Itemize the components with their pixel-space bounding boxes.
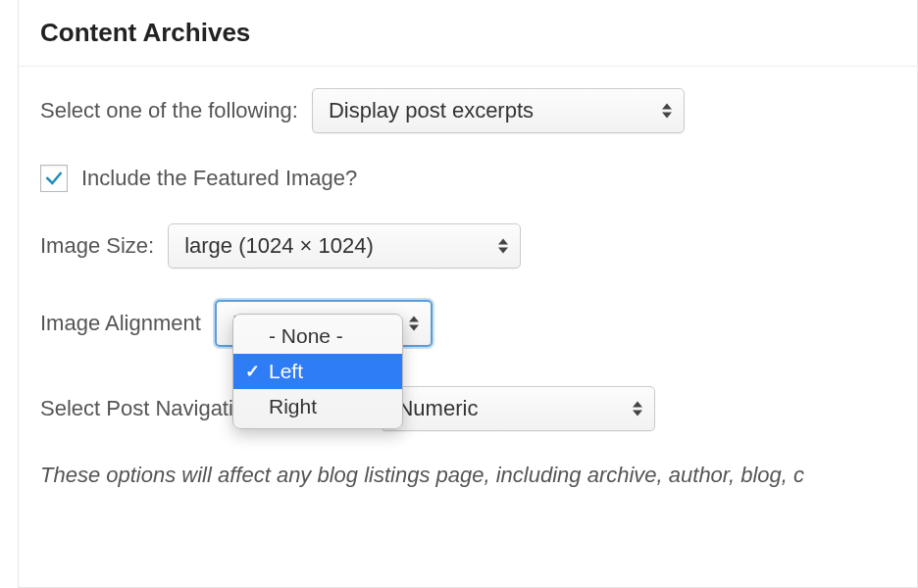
check-icon xyxy=(44,169,64,188)
content-display-label: Select one of the following: xyxy=(40,98,298,123)
post-nav-select[interactable]: Numeric xyxy=(381,386,655,431)
image-alignment-dropdown: - None - Left Right xyxy=(232,314,403,429)
image-alignment-label: Image Alignment xyxy=(40,311,201,336)
featured-image-row: Include the Featured Image? xyxy=(40,165,917,192)
caret-icon xyxy=(633,402,642,416)
post-nav-row: Select Post Navigation Technique: Numeri… xyxy=(40,386,917,431)
featured-image-label: Include the Featured Image? xyxy=(81,166,357,191)
content-archives-panel: Content Archives Select one of the follo… xyxy=(18,0,918,588)
caret-icon xyxy=(498,239,508,254)
post-nav-value: Numeric xyxy=(397,396,478,421)
panel-body: Select one of the following: Display pos… xyxy=(19,67,917,488)
caret-icon xyxy=(662,104,672,119)
content-display-select[interactable]: Display post excerpts xyxy=(312,88,685,133)
alignment-option-none[interactable]: - None - xyxy=(233,318,402,354)
options-note: These options will affect any blog listi… xyxy=(40,463,917,488)
image-size-label: Image Size: xyxy=(40,233,154,259)
content-display-value: Display post excerpts xyxy=(329,98,534,123)
alignment-option-right[interactable]: Right xyxy=(233,389,402,424)
panel-title: Content Archives xyxy=(19,0,917,67)
caret-icon xyxy=(409,317,419,331)
image-alignment-row: Image Alignment Left xyxy=(40,300,917,347)
image-size-value: large (1024 × 1024) xyxy=(184,233,374,259)
image-size-row: Image Size: large (1024 × 1024) xyxy=(40,223,917,269)
content-display-row: Select one of the following: Display pos… xyxy=(40,88,917,133)
image-size-select[interactable]: large (1024 × 1024) xyxy=(168,223,521,269)
featured-image-checkbox[interactable] xyxy=(40,165,68,192)
alignment-option-left[interactable]: Left xyxy=(233,354,402,389)
